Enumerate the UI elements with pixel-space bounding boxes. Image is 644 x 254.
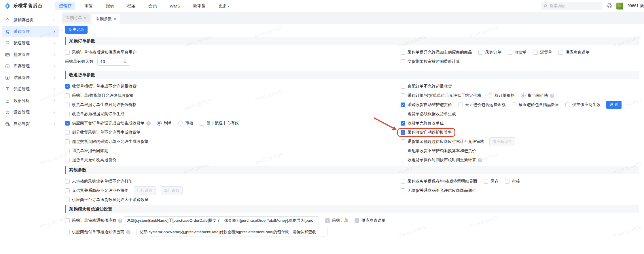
cb-return-type[interactable]: [533, 50, 538, 55]
sms-template-input-po[interactable]: [124, 216, 319, 225]
cb-unaudited-no-print[interactable]: [65, 179, 70, 184]
cb-auto-maintain-purchase-price[interactable]: [401, 103, 405, 107]
radio-audit[interactable]: [178, 121, 183, 126]
chevron-right-icon: [52, 41, 56, 45]
radio-order-price[interactable]: [488, 93, 492, 98]
option-label: 供应商直送单: [361, 218, 386, 223]
cb-po-type[interactable]: [478, 50, 483, 55]
nav-item-reports[interactable]: 报表: [102, 2, 118, 10]
cb-direct-no-maintain-rate-price[interactable]: [401, 149, 405, 153]
search-box[interactable]: [541, 2, 602, 10]
chevron-right-icon: [52, 87, 56, 91]
cb-gift-qty-included[interactable]: [512, 103, 516, 107]
nav-item-retail[interactable]: 零售: [81, 2, 96, 10]
cb-return-contract-period[interactable]: [65, 149, 70, 153]
tab-purchase-params[interactable]: 采购参数 ×: [92, 14, 121, 24]
store-setting-button[interactable]: 门店设置: [134, 186, 156, 195]
cb-allow-unit-modify[interactable]: [401, 121, 405, 126]
sidebar-item-wholesale[interactable]: 批发管理: [2, 49, 59, 60]
nav-item-new-retail[interactable]: 新零售: [190, 2, 209, 10]
cb-direct-no-over-receive[interactable]: [401, 84, 405, 89]
cb-receipt-type[interactable]: [508, 50, 512, 55]
cb-main-supplier-goods[interactable]: [401, 50, 405, 55]
chevron-right-icon: [52, 122, 56, 126]
param-label: 采购收货自动维护进货价: [408, 102, 452, 107]
cb-return-higher-price-only[interactable]: [65, 158, 70, 162]
printer-icon[interactable]: [606, 3, 612, 9]
search-input[interactable]: [550, 4, 596, 8]
cb-no-receipt-overdue-po[interactable]: [65, 139, 70, 144]
sidebar-item-settlement[interactable]: 结算管理: [2, 72, 59, 84]
help-icon[interactable]: ?: [550, 94, 554, 98]
cb-return-from-receipt-required[interactable]: [401, 112, 405, 116]
cb-no-over-receive[interactable]: [65, 84, 70, 89]
cb-price-below-agreed[interactable]: [401, 93, 405, 98]
dollar-square-icon: [5, 75, 10, 80]
nav-item-wms[interactable]: WMS: [166, 2, 184, 10]
sidebar-item-purchase[interactable]: 采购管理: [2, 26, 59, 37]
cb-main-supplier-only-effect[interactable]: [565, 103, 570, 107]
cb-receipt-from-po-required[interactable]: [65, 112, 70, 116]
sms-template-input-prepay[interactable]: [137, 228, 327, 236]
cb-return-exceed-payable-no-audit[interactable]: [401, 139, 405, 144]
sidebar-item-label: 凭证管理: [14, 87, 49, 92]
sidebar-item-home[interactable]: 进销存首页: [2, 14, 59, 26]
radio-make-order[interactable]: [157, 121, 162, 126]
sidebar-item-settings[interactable]: 设置管理: [2, 107, 59, 118]
sidebar-item-delivery[interactable]: 配送管理: [2, 37, 59, 49]
cb-po-audit-notify-supplier[interactable]: [65, 218, 70, 223]
close-icon[interactable]: ×: [84, 16, 86, 20]
help-icon[interactable]: ?: [478, 158, 482, 162]
cb-optime-recalc-by-audit[interactable]: [401, 158, 405, 162]
collapse-sidebar-icon[interactable]: [52, 18, 56, 22]
nav-item-archives[interactable]: 档案: [124, 2, 139, 10]
settings-button[interactable]: 设 置: [606, 101, 622, 109]
cb-auto-maintain-conversion-rate[interactable]: [401, 130, 405, 135]
valid-days-input[interactable]: 10 天: [97, 58, 130, 66]
cb-sms-direct[interactable]: [355, 218, 359, 223]
close-icon[interactable]: ×: [114, 17, 116, 21]
cb-stay-on-audit[interactable]: [505, 179, 509, 184]
cb-freight-included[interactable]: [458, 103, 463, 107]
radio-current-price[interactable]: [521, 93, 526, 98]
history-button[interactable]: 历史记录: [65, 26, 88, 34]
param-row: 未审核的采购业务单据不允许打印: [65, 177, 132, 186]
param-label: 未审核的采购业务单据不允许打印: [72, 179, 132, 184]
sidebar-item-auto-replenish[interactable]: 自动补货: [2, 118, 59, 130]
help-icon[interactable]: ?: [146, 121, 151, 126]
cb-sms-po[interactable]: [325, 218, 330, 223]
nav-item-more[interactable]: 更多▾: [215, 2, 233, 10]
sidebar-item-label: 自动补货: [14, 121, 49, 126]
cb-auto-receipt-on-platform-done[interactable]: [65, 121, 70, 126]
cb-lower-receive-price-only[interactable]: [65, 93, 70, 98]
supplier-setting-button[interactable]: 供应商设置: [489, 137, 515, 146]
avatar[interactable]: [616, 3, 623, 10]
cb-direct-type[interactable]: [558, 50, 563, 55]
nav-item-members[interactable]: 会员: [145, 2, 160, 10]
cb-no-supply-relation-no-op[interactable]: [65, 188, 70, 193]
main-content: 历史记录 采购订单参数 采购订单审核后通知供应商平台用户 采购单有效天数 10 …: [62, 24, 644, 254]
dept-setting-button[interactable]: 部门设置: [161, 186, 183, 195]
cb-stay-on-save[interactable]: [484, 179, 488, 184]
nav-item-inventory[interactable]: 进销存: [55, 2, 75, 10]
param-row: 收货单允许修改单位: [401, 119, 444, 128]
cb-no-supply-no-price-adjust[interactable]: [401, 188, 405, 193]
param-label: 收退货单操作时间按审核时间重新计算: [408, 158, 476, 163]
option-label: 审核: [512, 179, 520, 184]
cb-stay-detail-after-save-audit[interactable]: [401, 179, 405, 184]
sidebar-item-voucher[interactable]: 凭证管理: [2, 84, 59, 95]
help-icon[interactable]: ?: [118, 219, 122, 223]
cb-delivery-deadline-recalc[interactable]: [401, 59, 405, 64]
tab-purchase-order[interactable]: 采购订单 ×: [62, 14, 90, 22]
sidebar-item-analytics[interactable]: 数据分析: [2, 95, 59, 107]
cb-non-dc-only[interactable]: [200, 121, 204, 126]
cb-no-regenerate-partial-receipt[interactable]: [65, 130, 70, 135]
param-label: 采购订单/收货单单价只允许低于约定价格: [408, 93, 481, 98]
cb-prepay-audit-notify-supplier[interactable]: [65, 230, 70, 234]
help-icon[interactable]: ?: [126, 230, 130, 234]
cb-lower-price-on-generate[interactable]: [65, 103, 70, 107]
sidebar-item-inventory[interactable]: 库存管理: [2, 60, 59, 72]
section-accent-bar: [65, 205, 66, 213]
cb-notify-supplier-user[interactable]: [65, 50, 70, 55]
cb-platform-over-delivery-allowed[interactable]: [65, 198, 70, 202]
